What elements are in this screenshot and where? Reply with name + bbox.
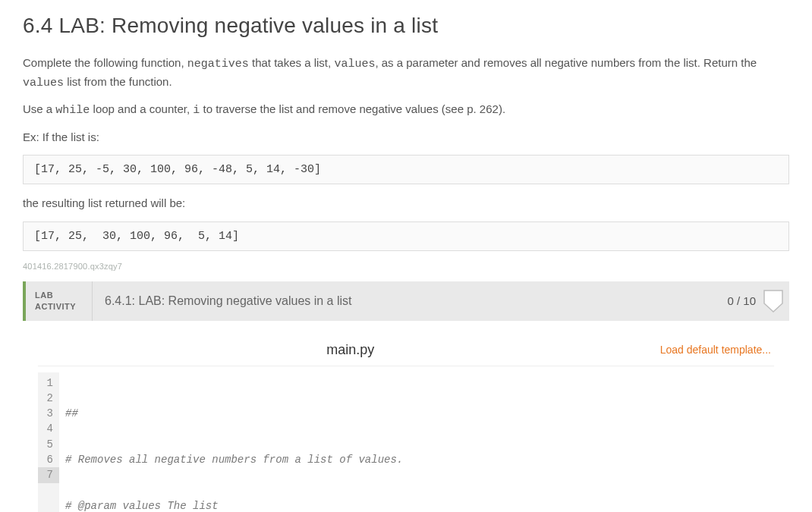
file-header: main.py Load default template... <box>38 336 774 366</box>
activity-title: 6.4.1: LAB: Removing negative values in … <box>93 281 719 321</box>
activity-id: 401416.2817900.qx3zqy7 <box>23 262 789 271</box>
editor-panel: main.py Load default template... 1 2 3 4… <box>23 321 789 513</box>
text: loop and a counter, <box>90 102 193 115</box>
line-number-gutter: 1 2 3 4 5 6 7 <box>38 372 59 513</box>
intro-paragraph-1: Complete the following function, negativ… <box>23 55 789 92</box>
intro-paragraph-2: Use a while loop and a counter, i to tra… <box>23 101 789 120</box>
text: Complete the following function, <box>23 56 187 69</box>
comment-token: # @param values The list <box>65 500 219 512</box>
line-number: 5 <box>42 437 53 452</box>
result-label: the resulting list returned will be: <box>23 195 789 212</box>
example-label: Ex: If the list is: <box>23 129 789 146</box>
text: that takes a list, <box>249 56 335 69</box>
line-number: 6 <box>42 452 53 467</box>
activity-header: LAB ACTIVITY 6.4.1: LAB: Removing negati… <box>23 281 789 321</box>
page-title: 6.4 LAB: Removing negative values in a l… <box>23 14 789 38</box>
line-number: 4 <box>42 421 53 436</box>
code-values: values <box>334 58 375 71</box>
code-values-2: values <box>23 77 64 90</box>
badge-line-1: LAB <box>35 290 83 300</box>
code-negatives: negatives <box>187 58 249 71</box>
line-number-current: 7 <box>38 467 59 482</box>
code-i: i <box>193 104 200 117</box>
code-line[interactable]: # @param values The list <box>65 498 774 512</box>
text: Use a <box>23 102 55 115</box>
code-while: while <box>55 104 90 117</box>
line-number: 2 <box>42 391 53 406</box>
badge-line-2: ACTIVITY <box>35 301 83 312</box>
line-number: 1 <box>42 375 53 391</box>
code-editor[interactable]: 1 2 3 4 5 6 7 ## # Removes all negative … <box>38 372 774 513</box>
comment-token: # Removes all negative numbers from a li… <box>65 454 403 466</box>
activity-badge: LAB ACTIVITY <box>26 281 93 321</box>
shield-icon <box>763 290 783 313</box>
text: to traverse the list and remove negative… <box>200 102 505 115</box>
code-line[interactable]: # Removes all negative numbers from a li… <box>65 452 774 467</box>
example-input-block: [17, 25, -5, 30, 100, 96, -48, 5, 14, -3… <box>23 155 789 184</box>
text: list from the function. <box>64 75 172 88</box>
comment-token: ## <box>65 407 78 419</box>
code-line[interactable]: ## <box>65 406 774 421</box>
line-number: 3 <box>42 406 53 421</box>
text: , as a parameter and removes all negativ… <box>375 56 757 69</box>
file-name: main.py <box>41 342 660 358</box>
score-text: 0 / 10 <box>727 294 756 307</box>
activity-score-area: 0 / 10 <box>719 281 789 321</box>
code-content[interactable]: ## # Removes all negative numbers from a… <box>59 372 774 513</box>
load-default-template-link[interactable]: Load default template... <box>660 344 771 356</box>
example-output-block: [17, 25, 30, 100, 96, 5, 14] <box>23 221 789 251</box>
